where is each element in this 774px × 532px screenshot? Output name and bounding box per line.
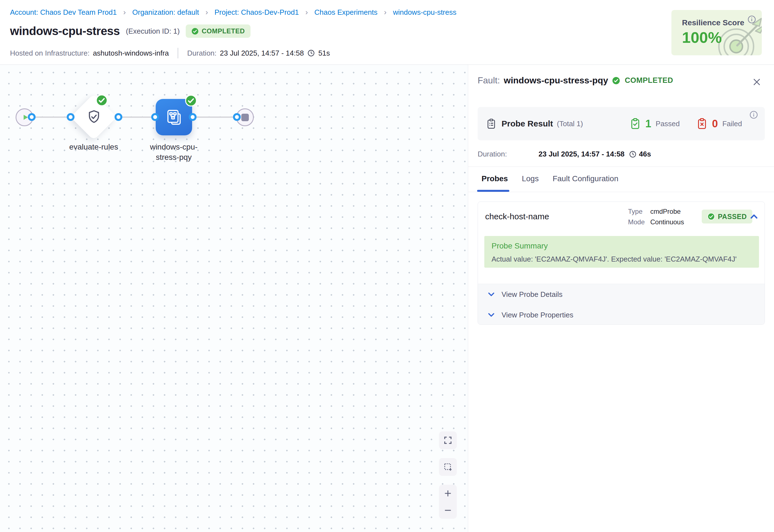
passed-count: 1 [645,118,651,130]
minus-icon [443,506,453,515]
probe-result-total: (Total 1) [557,120,583,128]
experiment-title-row: windows-cpu-stress (Execution ID: 1) COM… [10,24,250,38]
failed-count: 0 [712,118,718,130]
tab-probes[interactable]: Probes [482,174,508,190]
info-icon[interactable] [749,110,758,119]
fullscreen-icon [443,436,453,445]
pipeline-edge [118,116,155,118]
page-title: windows-cpu-stress [10,24,120,38]
connector-port [233,113,241,121]
failed-label: Failed [722,120,742,128]
duration-label: Duration: [187,49,217,58]
fault-label: Fault: [478,75,500,86]
experiment-meta-row: Hosted on Infrastructure: ashutosh-windo… [10,48,330,58]
breadcrumb-experiments-link[interactable]: Chaos Experiments [314,8,378,16]
meta-divider [178,48,178,58]
connector-port [28,113,36,121]
probe-card-check-host-name[interactable]: check-host-name Type cmdProbe Mode Conti… [478,202,765,325]
canvas-select-area-button[interactable] [439,458,457,476]
node-label-windows-cpu-stress-pqy: windows-cpu-stress-pqy [145,142,203,163]
breadcrumb-separator: › [384,8,386,16]
success-badge-icon [96,94,108,106]
stop-icon [241,114,249,121]
pipeline-edge [193,116,237,118]
probe-summary-box: Probe Summary Actual value: 'EC2AMAZ-QMV… [484,236,759,268]
chevron-down-icon [487,290,495,299]
resilience-score-card: Resilience Score 100% [671,10,762,55]
breadcrumb-current-link[interactable]: windows-cpu-stress [393,8,456,16]
canvas-fit-view-button[interactable] [439,431,457,449]
probe-card-footer: View Probe Details View Probe Properties [478,284,765,325]
marquee-selection-icon [443,462,453,472]
fault-details-panel: Fault: windows-cpu-stress-pqy COMPLETED … [468,65,774,532]
duration-value: 23 Jul 2025, 14:57 - 14:58 [220,49,304,58]
probe-name: check-host-name [485,212,549,221]
clock-icon [629,150,637,158]
success-badge-icon [185,95,197,107]
breadcrumb-separator: › [123,8,126,16]
tab-logs[interactable]: Logs [522,174,539,190]
fault-status-label: COMPLETED [625,76,673,85]
breadcrumb-separator: › [205,8,208,16]
fault-experiment-icon [165,108,183,126]
view-probe-properties-toggle[interactable]: View Probe Properties [478,305,765,325]
tab-fault-configuration[interactable]: Fault Configuration [553,174,619,190]
probe-meta: Type cmdProbe Mode Continuous [628,206,684,227]
chaos-experiment-run-page: Account: Chaos Dev Team Prod1 › Organiza… [0,0,774,532]
connector-port [115,113,122,121]
pipeline-edge [32,116,71,118]
check-circle-icon [707,213,715,220]
close-icon[interactable] [752,77,762,87]
probe-result-title: Probe Result [502,119,553,128]
connector-port [189,113,197,121]
experiment-status-label: COMPLETED [202,27,245,35]
breadcrumb-org-link[interactable]: Organization: default [132,8,199,16]
plus-icon [443,489,453,498]
fault-panel-header: Fault: windows-cpu-stress-pqy COMPLETED [478,75,673,86]
probe-status-label: PASSED [718,213,747,221]
probe-summary-title: Probe Summary [492,242,752,250]
probe-status-badge: PASSED [702,210,752,223]
zoom-in-button[interactable] [439,485,457,502]
probe-type-label: Type [628,206,650,217]
duration-elapsed: 51s [318,49,330,58]
view-probe-details-label: View Probe Details [502,290,562,299]
probe-mode-label: Mode [628,217,650,227]
panel-divider [468,192,774,192]
clipboard-icon [486,118,497,130]
infrastructure-name: ashutosh-windows-infra [93,49,169,58]
check-circle-icon [612,76,620,85]
pipeline-canvas[interactable]: evaluate-rules windows-cpu-stress-pqy [0,65,468,532]
probe-summary-text: Actual value: 'EC2AMAZ-QMVAF4J'. Expecte… [492,255,752,263]
node-label-evaluate-rules: evaluate-rules [63,142,124,152]
clock-icon [307,49,315,57]
probe-type-value: cmdProbe [650,206,681,217]
zoom-out-button[interactable] [439,502,457,519]
fault-duration-value: 23 Jul 2025, 14:57 - 14:58 [539,150,624,158]
fault-duration-row: Duration: 23 Jul 2025, 14:57 - 14:58 46s [478,150,651,158]
resilience-score-label: Resilience Score [682,18,744,27]
failed-clipboard-icon [696,118,708,130]
shield-check-icon [86,109,102,125]
execution-id: (Execution ID: 1) [126,27,180,36]
passed-label: Passed [656,120,680,128]
view-probe-details-toggle[interactable]: View Probe Details [478,284,765,305]
fault-tabs: Probes Logs Fault Configuration [482,174,618,190]
experiment-status-badge: COMPLETED [186,24,250,38]
connector-port [67,113,75,121]
info-icon[interactable] [747,15,756,24]
probe-mode-value: Continuous [650,217,684,227]
active-tab-indicator [477,190,509,192]
chevron-up-icon[interactable] [749,212,759,221]
breadcrumb-separator: › [305,8,308,16]
passed-clipboard-icon [630,118,641,130]
fault-duration-elapsed: 46s [639,150,651,158]
fault-duration-label: Duration: [478,150,539,158]
hosted-on-label: Hosted on Infrastructure: [10,49,90,58]
breadcrumb: Account: Chaos Dev Team Prod1 › Organiza… [10,8,457,17]
view-probe-properties-label: View Probe Properties [502,311,573,319]
page-header: Account: Chaos Dev Team Prod1 › Organiza… [0,0,774,65]
check-circle-icon [191,28,199,35]
breadcrumb-project-link[interactable]: Project: Chaos-Dev-Prod1 [214,8,299,16]
breadcrumb-account-link[interactable]: Account: Chaos Dev Team Prod1 [10,8,117,16]
